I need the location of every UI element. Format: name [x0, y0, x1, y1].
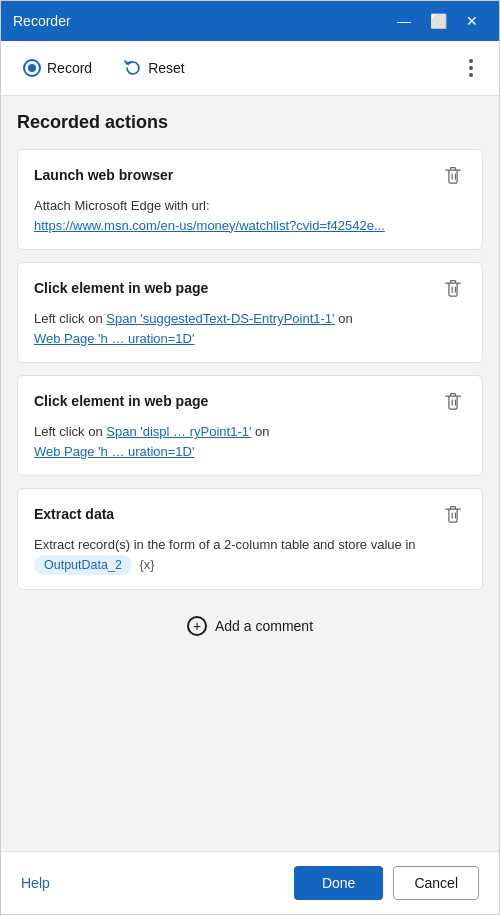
record-label: Record: [47, 60, 92, 76]
main-content: Recorded actions Launch web browser Atta…: [1, 96, 499, 851]
action-card-click-1: Click element in web page Left click on …: [17, 262, 483, 363]
trash-icon-1: [444, 166, 462, 184]
vertical-dots-icon: [467, 55, 475, 81]
record-dot-icon: [23, 59, 41, 77]
cancel-button[interactable]: Cancel: [393, 866, 479, 900]
card-header-3: Click element in web page: [34, 390, 466, 412]
card-title-3: Click element in web page: [34, 393, 208, 409]
window-title: Recorder: [13, 13, 71, 29]
card-title-4: Extract data: [34, 506, 114, 522]
card-body-on-3: on: [255, 424, 269, 439]
footer-buttons: Done Cancel: [294, 866, 479, 900]
card-body-3: Left click on Span 'displ … ryPoint1-1' …: [34, 422, 466, 461]
add-comment-button[interactable]: + Add a comment: [17, 606, 483, 646]
record-dot-inner: [28, 64, 36, 72]
card-header-2: Click element in web page: [34, 277, 466, 299]
card-body-2: Left click on Span 'suggestedText-DS-Ent…: [34, 309, 466, 348]
record-button[interactable]: Record: [17, 55, 98, 81]
reset-button[interactable]: Reset: [118, 55, 191, 81]
toolbar-left: Record Reset: [17, 55, 191, 81]
card-body-prefix-1: Attach Microsoft Edge with url:: [34, 198, 210, 213]
add-comment-icon: +: [187, 616, 207, 636]
card-body-link2-3: Web Page 'h … uration=1D': [34, 444, 194, 459]
card-body-prefix-3: Left click on: [34, 424, 103, 439]
action-card-click-2: Click element in web page Left click on …: [17, 375, 483, 476]
reset-icon: [124, 59, 142, 77]
card-body-text-4: Extract record(s) in the form of a 2-col…: [34, 537, 416, 552]
card-title-2: Click element in web page: [34, 280, 208, 296]
toolbar: Record Reset: [1, 41, 499, 96]
help-button[interactable]: Help: [21, 875, 50, 891]
card-body-link2-2: Web Page 'h … uration=1D': [34, 331, 194, 346]
more-options-button[interactable]: [459, 51, 483, 85]
card-body-middle-2: on: [338, 311, 352, 326]
trash-icon-2: [444, 279, 462, 297]
add-comment-label: Add a comment: [215, 618, 313, 634]
delete-button-4[interactable]: [440, 503, 466, 525]
variable-icon: {x}: [139, 555, 154, 575]
done-button[interactable]: Done: [294, 866, 383, 900]
card-header-1: Launch web browser: [34, 164, 466, 186]
recorder-window: Recorder — ⬜ ✕ Record: [0, 0, 500, 915]
window-controls: — ⬜ ✕: [389, 7, 487, 35]
trash-icon-4: [444, 505, 462, 523]
title-bar-left: Recorder: [13, 13, 71, 29]
maximize-button[interactable]: ⬜: [423, 7, 453, 35]
card-body-link1-3: Span 'displ … ryPoint1-1': [106, 424, 251, 439]
card-body-1: Attach Microsoft Edge with url: https://…: [34, 196, 466, 235]
minimize-button[interactable]: —: [389, 7, 419, 35]
section-title: Recorded actions: [17, 112, 483, 133]
footer: Help Done Cancel: [1, 851, 499, 914]
delete-button-1[interactable]: [440, 164, 466, 186]
card-body-link-1: https://www.msn.com/en-us/money/watchlis…: [34, 218, 385, 233]
card-title-1: Launch web browser: [34, 167, 173, 183]
action-card-launch-browser: Launch web browser Attach Microsoft Edge…: [17, 149, 483, 250]
card-body-prefix-2: Left click on: [34, 311, 103, 326]
reset-label: Reset: [148, 60, 185, 76]
delete-button-3[interactable]: [440, 390, 466, 412]
card-body-4: Extract record(s) in the form of a 2-col…: [34, 535, 466, 575]
title-bar: Recorder — ⬜ ✕: [1, 1, 499, 41]
output-badge: OutputData_2: [34, 555, 132, 576]
trash-icon-3: [444, 392, 462, 410]
close-button[interactable]: ✕: [457, 7, 487, 35]
card-header-4: Extract data: [34, 503, 466, 525]
delete-button-2[interactable]: [440, 277, 466, 299]
action-card-extract: Extract data Extract record(s) in the fo…: [17, 488, 483, 590]
card-body-link1-2: Span 'suggestedText-DS-EntryPoint1-1': [106, 311, 334, 326]
